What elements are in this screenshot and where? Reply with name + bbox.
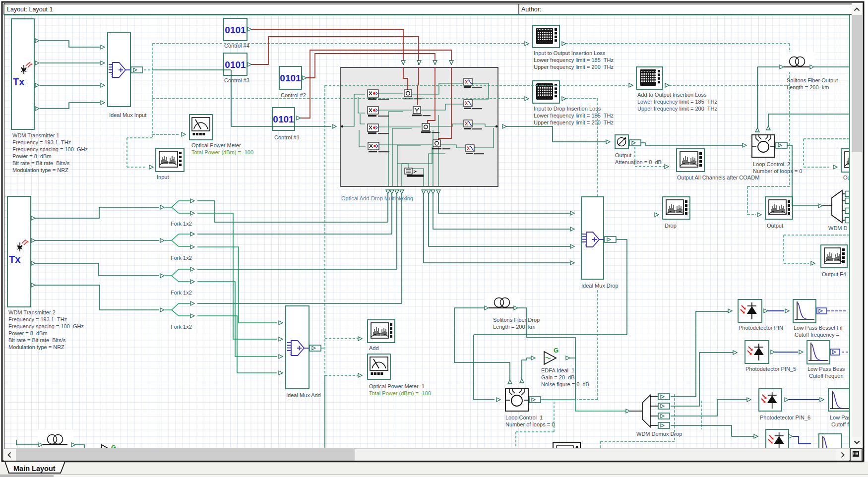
svg-text:Ideal Mux Input: Ideal Mux Input	[109, 112, 146, 118]
svg-text:Length = 200 km: Length = 200 km	[493, 324, 535, 330]
svg-text:Frequency spacing = 100 GHz: Frequency spacing = 100 GHz	[12, 146, 88, 152]
svg-text:WDM Demux Drop: WDM Demux Drop	[636, 431, 682, 437]
svg-text:Input: Input	[157, 174, 169, 180]
svg-text:Control #2: Control #2	[281, 92, 306, 98]
svg-text:Bit rate = Bit rate Bits/s: Bit rate = Bit rate Bits/s	[12, 160, 70, 166]
svg-text:EDFA Ideal 1: EDFA Ideal 1	[541, 367, 574, 373]
svg-text:Loop Control 2: Loop Control 2	[753, 161, 790, 167]
svg-text:0101: 0101	[280, 73, 301, 83]
svg-text:Solitons Fiber Output: Solitons Fiber Output	[787, 77, 838, 83]
svg-text:WDM Transmitter 1: WDM Transmitter 1	[12, 132, 60, 138]
svg-text:Upper frequency limit = 200 T: Upper frequency limit = 200 THz	[534, 119, 614, 125]
svg-text:Attenuation = 0 dB: Attenuation = 0 dB	[615, 159, 662, 165]
svg-text:Lower frequency limit = 185 T: Lower frequency limit = 185 THz	[637, 99, 717, 105]
svg-text:Main Layout: Main Layout	[13, 465, 56, 473]
svg-text:Output: Output	[615, 152, 631, 158]
svg-text:Output All Channels after COAD: Output All Channels after COADM	[677, 175, 759, 180]
svg-text:Power = 8 dBm: Power = 8 dBm	[12, 153, 52, 159]
svg-text:Add: Add	[369, 345, 379, 351]
svg-text:Lower frequency limit = 185 T: Lower frequency limit = 185 THz	[534, 57, 614, 63]
svg-text:Low Pas: Low Pas	[830, 415, 851, 420]
svg-text:Loop Control 1: Loop Control 1	[505, 415, 543, 420]
svg-text:Low Pass Bess: Low Pass Bess	[807, 366, 845, 372]
svg-text:0101: 0101	[273, 114, 294, 124]
svg-text:Solitons Fiber Drop: Solitons Fiber Drop	[493, 317, 540, 323]
svg-text:Number of loops = 0: Number of loops = 0	[505, 421, 555, 427]
svg-text:Photodetector PIN_5: Photodetector PIN_5	[745, 366, 796, 372]
svg-text:Tx: Tx	[9, 254, 20, 265]
svg-text:Modulation type = NRZ: Modulation type = NRZ	[8, 344, 64, 350]
svg-text:Gain = 20 dB: Gain = 20 dB	[541, 374, 575, 380]
svg-text:Bit rate = Bit rate Bits/s: Bit rate = Bit rate Bits/s	[8, 337, 66, 343]
svg-text:Layout: Layout 1: Layout: Layout 1	[7, 6, 53, 13]
svg-text:Input to Output Insertion Loss: Input to Output Insertion Loss	[534, 50, 606, 56]
svg-text:Optical Power Meter: Optical Power Meter	[191, 142, 241, 148]
svg-text:Author:: Author:	[521, 6, 541, 13]
svg-text:Number of loops = 0: Number of loops = 0	[753, 168, 802, 174]
svg-text:Output F4: Output F4	[822, 271, 846, 277]
svg-text:Fork 1x2: Fork 1x2	[171, 324, 192, 330]
svg-text:Control #4: Control #4	[224, 43, 249, 49]
svg-text:Modulation type = NRZ: Modulation type = NRZ	[12, 167, 68, 173]
svg-text:Total Power (dBm) = -100: Total Power (dBm) = -100	[369, 390, 431, 396]
svg-text:WDM D: WDM D	[828, 225, 848, 231]
svg-text:Optical Power Meter 1: Optical Power Meter 1	[369, 383, 425, 389]
svg-text:Photodetector PIN: Photodetector PIN	[739, 325, 783, 331]
svg-text:Length = 200 km: Length = 200 km	[787, 84, 829, 90]
svg-text:Control #1: Control #1	[274, 134, 300, 140]
svg-text:G: G	[554, 347, 558, 354]
svg-text:Input to Drop Insertion Loss: Input to Drop Insertion Loss	[534, 106, 601, 112]
svg-text:Upper frequency limit = 200 T: Upper frequency limit = 200 THz	[637, 106, 717, 112]
svg-text:Fork 1x2: Fork 1x2	[171, 290, 192, 296]
svg-text:Add to Output Insertion Loss: Add to Output Insertion Loss	[637, 92, 707, 98]
svg-text:Power = 8 dBm: Power = 8 dBm	[8, 330, 48, 336]
svg-text:Frequency = 193.1 THz: Frequency = 193.1 THz	[8, 316, 67, 322]
svg-text:Ideal Mux Drop: Ideal Mux Drop	[581, 283, 619, 289]
svg-text:Lower frequency limit = 185 T: Lower frequency limit = 185 THz	[534, 113, 614, 119]
svg-text:Frequency spacing = 100 GHz: Frequency spacing = 100 GHz	[8, 323, 84, 329]
svg-text:Drop: Drop	[665, 223, 677, 229]
svg-text:Cutoff frequency =: Cutoff frequency =	[795, 332, 839, 338]
svg-text:Fork 1x2: Fork 1x2	[171, 255, 192, 261]
svg-text:Frequency = 193.1 THz: Frequency = 193.1 THz	[12, 139, 71, 145]
svg-text:WDM Transmitter 2: WDM Transmitter 2	[8, 309, 56, 315]
svg-text:Total Power (dBm) = -100: Total Power (dBm) = -100	[191, 149, 253, 155]
svg-text:Photodetector PIN_6: Photodetector PIN_6	[760, 415, 810, 420]
svg-text:Optical Add-Drop Multiplexing: Optical Add-Drop Multiplexing	[341, 195, 413, 201]
svg-text:Tx: Tx	[13, 76, 24, 87]
svg-text:Output: Output	[767, 223, 783, 229]
svg-text:0101: 0101	[225, 60, 246, 70]
svg-text:Low Pass Bessel Fil: Low Pass Bessel Fil	[794, 325, 842, 331]
svg-text:Fork 1x2: Fork 1x2	[171, 221, 192, 227]
svg-text:Cutoff f: Cutoff f	[831, 421, 849, 427]
svg-text:Ideal Mux Add: Ideal Mux Add	[286, 392, 321, 398]
svg-text:Control #3: Control #3	[224, 77, 249, 83]
svg-text:0101: 0101	[225, 25, 246, 35]
svg-text:Cutoff frequen: Cutoff frequen	[809, 373, 844, 379]
svg-text:Noise figure = 0 dB: Noise figure = 0 dB	[541, 381, 589, 387]
svg-text:Upper frequency limit = 200 T: Upper frequency limit = 200 THz	[534, 64, 614, 70]
